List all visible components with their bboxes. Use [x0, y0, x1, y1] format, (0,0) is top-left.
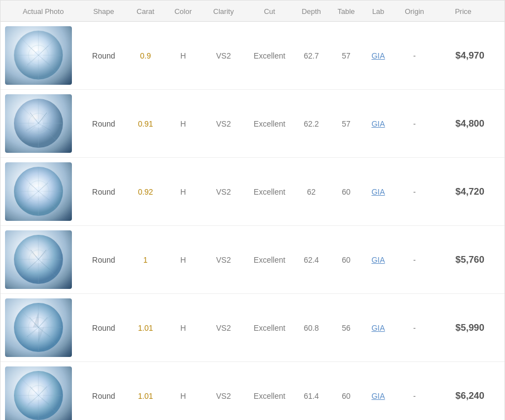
header-carat: Carat	[126, 7, 165, 16]
cell-depth-4: 60.8	[293, 319, 329, 337]
cell-depth-3: 62.4	[293, 251, 329, 269]
cell-clarity-1: VS2	[201, 115, 246, 133]
cell-table-1: 57	[329, 115, 363, 133]
cell-carat-4: 1.01	[126, 319, 165, 337]
cell-lab-1[interactable]: GIA	[363, 115, 394, 133]
header-origin: Origin	[394, 7, 435, 16]
cell-shape-0: Round	[81, 47, 126, 65]
diamond-photo-4[interactable]	[1, 294, 81, 361]
cell-origin-3: -	[394, 251, 435, 269]
cell-origin-1: -	[394, 115, 435, 133]
diamond-photo-1[interactable]	[1, 90, 81, 157]
cell-lab-5[interactable]: GIA	[363, 387, 394, 405]
cell-price-1: $4,800	[435, 114, 491, 134]
cell-price-2: $4,720	[435, 182, 491, 202]
cell-origin-2: -	[394, 183, 435, 201]
table-row: Round 0.91 H VS2 Excellent 62.2 57 GIA -…	[1, 90, 504, 158]
cell-price-4: $5,990	[435, 318, 491, 338]
table-row: Round 0.92 H VS2 Excellent 62 60 GIA - $…	[1, 158, 504, 226]
cell-carat-2: 0.92	[126, 183, 165, 201]
header-actual-photo: Actual Photo	[1, 7, 81, 16]
cell-table-0: 57	[329, 47, 363, 65]
table-row: Round 1.01 H VS2 Excellent 61.4 60 GIA -…	[1, 362, 504, 420]
cell-clarity-2: VS2	[201, 183, 246, 201]
cell-color-0: H	[165, 47, 201, 65]
header-cut: Cut	[246, 7, 293, 16]
header-color: Color	[165, 7, 201, 16]
header-table: Table	[329, 7, 363, 16]
cell-color-4: H	[165, 319, 201, 337]
cell-price-5: $6,240	[435, 386, 491, 406]
table-row: Round 1.01 H VS2 Excellent 60.8 56 GIA -…	[1, 294, 504, 362]
diamond-photo-5[interactable]	[1, 362, 81, 420]
cell-origin-5: -	[394, 387, 435, 405]
cell-depth-5: 61.4	[293, 387, 329, 405]
cell-clarity-3: VS2	[201, 251, 246, 269]
cell-cut-4: Excellent	[246, 319, 293, 337]
cell-carat-0: 0.9	[126, 47, 165, 65]
cell-shape-4: Round	[81, 319, 126, 337]
diamond-photo-0[interactable]	[1, 22, 81, 89]
cell-lab-3[interactable]: GIA	[363, 251, 394, 269]
header-clarity: Clarity	[201, 7, 246, 16]
cell-price-3: $5,760	[435, 250, 491, 270]
cell-table-4: 56	[329, 319, 363, 337]
diamond-photo-3[interactable]	[1, 226, 81, 293]
cell-cut-2: Excellent	[246, 183, 293, 201]
cell-table-2: 60	[329, 183, 363, 201]
cell-table-3: 60	[329, 251, 363, 269]
cell-carat-5: 1.01	[126, 387, 165, 405]
cell-origin-0: -	[394, 47, 435, 65]
cell-clarity-0: VS2	[201, 47, 246, 65]
cell-shape-5: Round	[81, 387, 126, 405]
cell-shape-1: Round	[81, 115, 126, 133]
cell-cut-1: Excellent	[246, 115, 293, 133]
cell-color-5: H	[165, 387, 201, 405]
header-price: Price	[435, 7, 491, 16]
cell-carat-3: 1	[126, 251, 165, 269]
table-row: Round 1 H VS2 Excellent 62.4 60 GIA - $5…	[1, 226, 504, 294]
cell-color-2: H	[165, 183, 201, 201]
cell-origin-4: -	[394, 319, 435, 337]
cell-depth-0: 62.7	[293, 47, 329, 65]
cell-clarity-4: VS2	[201, 319, 246, 337]
diamond-photo-2[interactable]	[1, 158, 81, 225]
table-row: Round 0.9 H VS2 Excellent 62.7 57 GIA - …	[1, 22, 504, 90]
cell-color-3: H	[165, 251, 201, 269]
cell-color-1: H	[165, 115, 201, 133]
table-header: Actual Photo Shape Carat Color Clarity C…	[1, 1, 504, 22]
cell-shape-3: Round	[81, 251, 126, 269]
cell-cut-0: Excellent	[246, 47, 293, 65]
cell-depth-2: 62	[293, 183, 329, 201]
cell-table-5: 60	[329, 387, 363, 405]
diamond-table: Actual Photo Shape Carat Color Clarity C…	[0, 0, 505, 420]
header-depth: Depth	[293, 7, 329, 16]
cell-price-0: $4,970	[435, 46, 491, 66]
cell-cut-3: Excellent	[246, 251, 293, 269]
cell-carat-1: 0.91	[126, 115, 165, 133]
cell-lab-4[interactable]: GIA	[363, 319, 394, 337]
cell-cut-5: Excellent	[246, 387, 293, 405]
header-lab: Lab	[363, 7, 394, 16]
cell-shape-2: Round	[81, 183, 126, 201]
cell-lab-2[interactable]: GIA	[363, 183, 394, 201]
header-shape: Shape	[81, 7, 126, 16]
cell-lab-0[interactable]: GIA	[363, 47, 394, 65]
cell-clarity-5: VS2	[201, 387, 246, 405]
cell-depth-1: 62.2	[293, 115, 329, 133]
